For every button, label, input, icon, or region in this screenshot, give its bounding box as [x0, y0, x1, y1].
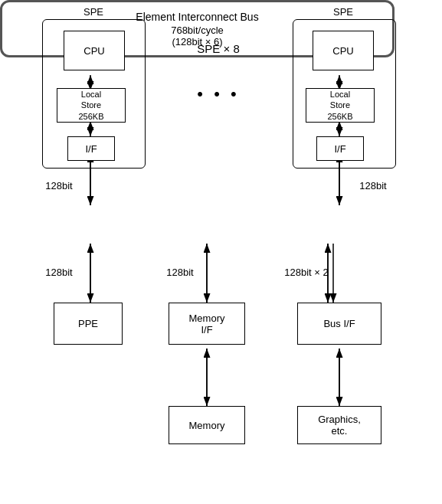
if-left-box: I/F [67, 136, 115, 161]
bus-if-box: Bus I/F [297, 303, 381, 345]
local-store-right-label: LocalStore256KB [327, 89, 352, 122]
dots-label: • • • [172, 84, 264, 104]
bit128-right-label: 128bit [346, 180, 400, 191]
memory-if-box: MemoryI/F [169, 303, 245, 345]
bus-if-label: Bus I/F [323, 318, 355, 329]
local-store-left-label: LocalStore256KB [78, 89, 103, 122]
spe-left-label: SPE [55, 6, 132, 18]
bit128-ppe-label: 128bit [32, 267, 86, 278]
spe-right-label: SPE [305, 6, 381, 18]
local-store-right-box: LocalStore256KB [306, 88, 375, 123]
memory-box: Memory [169, 406, 245, 444]
ppe-box: PPE [54, 303, 123, 345]
graphics-label: Graphics,etc. [318, 414, 361, 437]
local-store-left-box: LocalStore256KB [57, 88, 126, 123]
bus-label-line2: 768bit/cycle [171, 25, 224, 36]
if-right-box: I/F [316, 136, 364, 161]
memory-if-label: MemoryI/F [189, 313, 225, 335]
architecture-diagram: SPE CPU LocalStore256KB I/F SPE CPU Loca… [0, 0, 442, 504]
bus-label-line1: Element Interconnect Bus [136, 11, 258, 23]
spe-x8-label: SPE × 8 [165, 42, 272, 55]
graphics-box: Graphics,etc. [297, 406, 381, 444]
cpu-right-box: CPU [313, 31, 374, 70]
cpu-left-box: CPU [64, 31, 125, 70]
bit128-left-label: 128bit [32, 180, 86, 191]
bit128x2-label: 128bit × 2 [272, 267, 341, 278]
bit128-mif-label: 128bit [153, 267, 207, 278]
